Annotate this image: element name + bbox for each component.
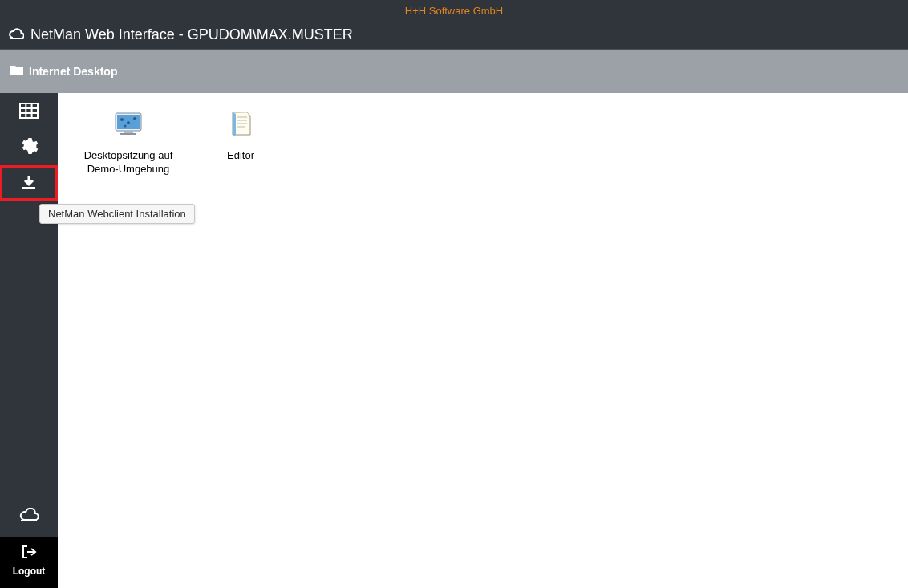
title-bar: NetMan Web Interface - GPUDOM\MAX.MUSTER [0, 21, 908, 50]
app-tile-desktop-session[interactable]: Desktopsitzung auf Demo-Umgebung [72, 107, 184, 176]
cloud-icon [8, 28, 24, 43]
svg-rect-15 [120, 133, 136, 135]
logout-icon [21, 545, 37, 562]
app-label: Desktopsitzung auf Demo-Umgebung [72, 149, 184, 176]
svg-point-12 [133, 117, 136, 120]
breadcrumb-label[interactable]: Internet Desktop [29, 65, 117, 78]
svg-point-11 [127, 121, 130, 124]
logout-button[interactable]: Logout [0, 537, 58, 588]
sidebar-item-settings[interactable] [0, 128, 58, 164]
grid-icon [19, 103, 39, 119]
sidebar: Logout [0, 93, 58, 588]
page-title: NetMan Web Interface - GPUDOM\MAX.MUSTER [30, 26, 353, 43]
tooltip-download: NetMan Webclient Installation [39, 204, 195, 224]
desktop-session-icon [112, 107, 144, 140]
svg-rect-6 [22, 187, 35, 189]
app-label: Editor [227, 149, 254, 163]
sidebar-item-cloud[interactable] [0, 497, 58, 537]
brand-label: H+H Software GmbH [405, 5, 503, 17]
logout-label: Logout [13, 566, 46, 577]
content-area: Desktopsitzung auf Demo-Umgebung Editor [58, 93, 908, 588]
folder-icon [10, 64, 24, 79]
download-icon [20, 174, 38, 192]
gear-icon [19, 136, 39, 156]
svg-rect-14 [124, 131, 133, 133]
breadcrumb-bar: Internet Desktop [0, 50, 908, 93]
svg-point-13 [124, 125, 127, 128]
editor-icon [225, 107, 257, 140]
sidebar-item-apps[interactable] [0, 93, 58, 128]
cloud-icon [18, 508, 39, 525]
svg-rect-1 [20, 103, 38, 118]
app-tile-editor[interactable]: Editor [184, 107, 297, 163]
svg-point-10 [120, 118, 124, 121]
sidebar-item-download[interactable] [0, 165, 58, 201]
brand-banner: H+H Software GmbH [0, 0, 908, 21]
